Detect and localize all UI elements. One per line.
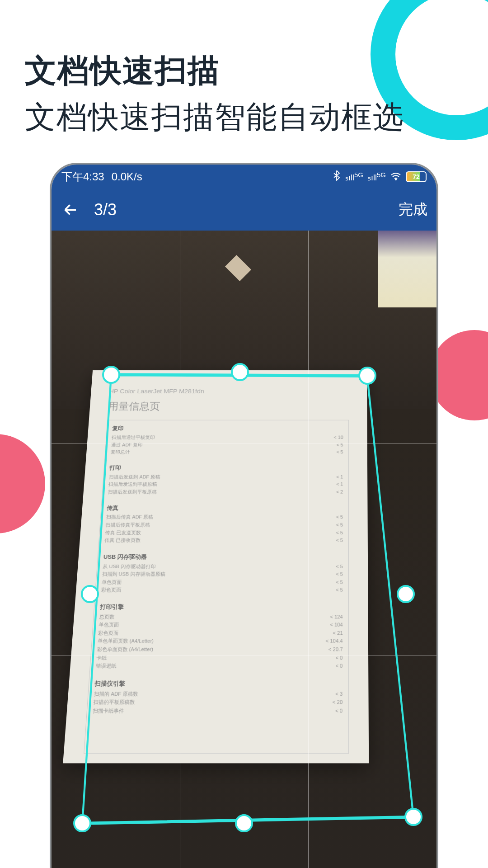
arrow-left-icon	[62, 202, 79, 218]
crop-outline	[52, 231, 436, 868]
promo-subtitle: 文档快速扫描智能自动框选	[25, 97, 463, 138]
crop-handle[interactable]	[397, 585, 415, 603]
back-button[interactable]	[61, 200, 80, 220]
svg-point-0	[395, 179, 396, 180]
battery-pct: 72	[413, 173, 420, 180]
battery-icon: 72	[406, 171, 427, 182]
svg-marker-1	[82, 375, 413, 824]
phone-mockup: 下午4:33 0.0K/s ₅ıll5G ₅ıll5G 72 3/3 完成	[50, 163, 438, 868]
done-button[interactable]: 完成	[399, 200, 427, 220]
crop-handle[interactable]	[102, 366, 120, 384]
status-net-speed: 0.0K/s	[112, 170, 142, 183]
status-bar: 下午4:33 0.0K/s ₅ıll5G ₅ıll5G 72	[52, 165, 436, 189]
bluetooth-icon	[333, 170, 341, 184]
wifi-icon	[390, 170, 401, 183]
crop-handle[interactable]	[404, 808, 422, 826]
decorative-circle-pink-left	[0, 434, 45, 533]
scan-viewport[interactable]: HP Color LaserJet MFP M281fdn 用量信息页 复印扫描…	[52, 231, 436, 868]
promo-heading: 文档快速扫描 文档快速扫描智能自动框选	[25, 50, 463, 138]
signal-icon-1: ₅ıll5G	[345, 171, 363, 183]
page-counter: 3/3	[94, 200, 117, 219]
crop-handle[interactable]	[81, 585, 99, 603]
signal-icon-2: ₅ıll5G	[368, 171, 386, 183]
crop-handle[interactable]	[358, 367, 376, 385]
promo-title: 文档快速扫描	[25, 50, 463, 92]
status-time: 下午4:33	[61, 170, 104, 184]
app-bar: 3/3 完成	[52, 189, 436, 231]
